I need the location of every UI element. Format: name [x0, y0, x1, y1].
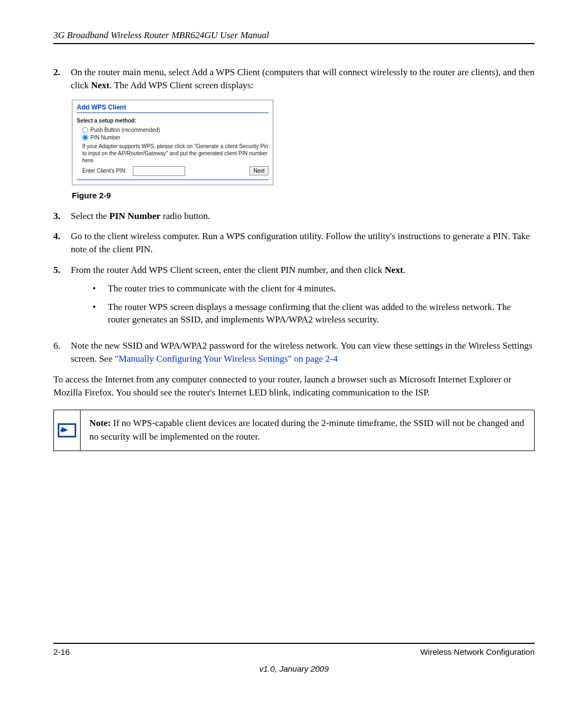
- step-number-6: 6.: [53, 339, 71, 366]
- next-button[interactable]: Next: [249, 166, 268, 175]
- step-number-3: 3.: [53, 210, 71, 223]
- pin-number-radio[interactable]: [82, 135, 88, 141]
- arrow-right-icon: [58, 423, 76, 437]
- step-2-next-bold: Next: [91, 80, 109, 90]
- push-button-label: Push Button (recommended): [90, 127, 160, 133]
- step-number-5: 5.: [53, 264, 71, 332]
- add-wps-client-screenshot: Add WPS Client Select a setup method: Pu…: [72, 100, 273, 185]
- step-5-text: From the router Add WPS Client screen, e…: [71, 264, 535, 332]
- figure-caption: Figure 2-9: [72, 191, 535, 200]
- page-footer: 2-16 Wireless Network Configuration v1.0…: [53, 643, 535, 673]
- step-5-text-b: .: [403, 265, 405, 275]
- step-3-text: Select the PIN Number radio button.: [71, 210, 535, 223]
- panel-title: Add WPS Client: [77, 104, 268, 111]
- bullet-icon: •: [93, 282, 108, 295]
- enter-pin-label: Enter Client's PIN:: [82, 168, 126, 174]
- step-5-text-a: From the router Add WPS Client screen, e…: [71, 265, 384, 275]
- note-body: If no WPS-capable client devices are loc…: [89, 418, 524, 442]
- note-label: Note:: [89, 418, 111, 428]
- step-3-pin-bold: PIN Number: [109, 211, 161, 221]
- bullet-2-text: The router WPS screen displays a message…: [108, 301, 535, 327]
- step-number-4: 4.: [53, 230, 71, 256]
- step-6-text: Note the new SSID and WPA/WPA2 password …: [71, 339, 535, 366]
- header-rule: [53, 43, 535, 44]
- step-3-text-a: Select the: [71, 211, 109, 221]
- note-text: Note: If no WPS-capable client devices a…: [81, 410, 534, 450]
- panel-divider-bottom: [77, 179, 268, 180]
- running-header: 3G Broadband Wireless Router MBR624GU Us…: [53, 30, 535, 43]
- step-2-text: On the router main menu, select Add a WP…: [71, 66, 535, 92]
- pin-help-text: If your Adapter supports WPS, please cli…: [82, 143, 268, 164]
- push-button-radio[interactable]: [82, 127, 88, 133]
- page-number: 2-16: [53, 647, 70, 656]
- closing-paragraph: To access the Internet from any computer…: [53, 373, 535, 399]
- step-4-text: Go to the client wireless computer. Run …: [71, 230, 535, 256]
- document-version: v1.0, January 2009: [53, 664, 535, 673]
- step-2-text-b: . The Add WPS Client screen displays:: [109, 80, 253, 90]
- bullet-icon: •: [93, 301, 108, 327]
- panel-divider: [77, 112, 268, 113]
- manual-config-link[interactable]: "Manually Configuring Your Wireless Sett…: [115, 354, 338, 364]
- note-icon-cell: [54, 410, 81, 450]
- section-name: Wireless Network Configuration: [420, 647, 535, 656]
- bullet-1-text: The router tries to communicate with the…: [108, 282, 336, 295]
- step-5-next-bold: Next: [384, 265, 403, 275]
- footer-rule: [53, 643, 535, 644]
- client-pin-input[interactable]: [133, 166, 185, 176]
- pin-number-label: PIN Number: [90, 135, 120, 141]
- note-box: Note: If no WPS-capable client devices a…: [53, 410, 535, 451]
- select-method-label: Select a setup method:: [77, 118, 268, 124]
- step-number-2: 2.: [53, 66, 71, 92]
- step-3-text-b: radio button.: [161, 211, 210, 221]
